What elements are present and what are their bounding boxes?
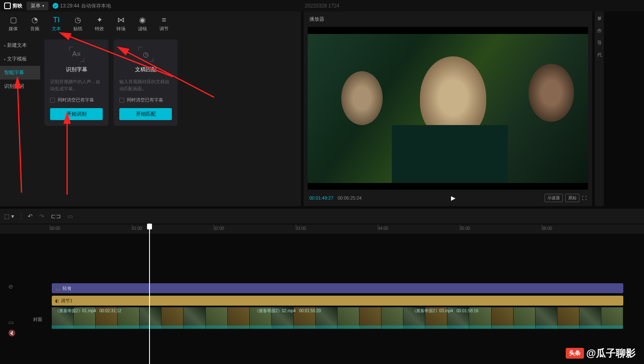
playhead[interactable] bbox=[149, 224, 150, 364]
pointer-tool-icon[interactable]: ⬚ ▾ bbox=[4, 213, 14, 219]
chevron-right-icon: ▸ bbox=[4, 43, 6, 48]
transition-icon: ⋈ bbox=[116, 15, 126, 25]
scope-button[interactable]: 示波器 bbox=[545, 194, 563, 202]
player-controls: 00:01:49:27 00:06:25:24 ▶ 示波器 原始 ⛶ bbox=[304, 190, 592, 206]
app-name: 剪映 bbox=[12, 2, 22, 10]
right-tab[interactable]: 作 bbox=[597, 28, 602, 34]
title-bar: 剪映 菜单 ▾ ✓ 13:29:44 自动保存本地 20220328 1724 bbox=[0, 0, 644, 12]
cover-button[interactable]: 封面 bbox=[33, 316, 42, 323]
time-mark: 05:00 bbox=[460, 226, 470, 231]
watermark-text: @瓜子聊影 bbox=[586, 347, 636, 360]
menu-button[interactable]: 菜单 ▾ bbox=[27, 2, 48, 10]
sticker-icon: ◷ bbox=[73, 15, 83, 25]
svg-line-2 bbox=[119, 48, 214, 97]
text-icon: TI bbox=[51, 15, 61, 25]
time-mark: 01:00 bbox=[132, 226, 142, 231]
delete-icon[interactable]: ▭ bbox=[68, 213, 73, 219]
preview-icon[interactable]: ▭ bbox=[8, 319, 15, 325]
annotation-arrow bbox=[15, 77, 28, 198]
right-tab[interactable]: 导 bbox=[597, 40, 602, 46]
tab-adjust[interactable]: ≡调节 bbox=[159, 15, 169, 32]
tab-sticker[interactable]: ◷贴纸 bbox=[73, 15, 83, 32]
sidebar-item-template[interactable]: ▸文字模板 bbox=[0, 52, 40, 66]
headphone-icon: 🎧 bbox=[55, 286, 61, 291]
clip-label: 《黑客帝国2》03.mp4 00:01:58:16 bbox=[412, 308, 478, 314]
svg-line-4 bbox=[17, 79, 22, 193]
autosave-status: ✓ 13:29:44 自动保存本地 bbox=[53, 2, 111, 10]
adjust-track-icon: ◐ bbox=[55, 298, 59, 304]
annotation-arrow bbox=[61, 112, 73, 200]
adjust-track[interactable]: ◐调节1 bbox=[52, 296, 623, 306]
clip-label: 《黑客帝国2》01.mp4 00:02:31:12 bbox=[55, 308, 121, 314]
video-preview[interactable] bbox=[308, 27, 588, 190]
filter-icon: ◉ bbox=[137, 15, 147, 25]
undo-icon[interactable]: ↶ bbox=[28, 213, 33, 219]
watermark-badge: 头条 bbox=[566, 348, 584, 359]
tab-filter[interactable]: ◉滤镜 bbox=[137, 15, 147, 32]
start-match-button[interactable]: 开始匹配 bbox=[119, 108, 172, 120]
check-icon: ✓ bbox=[53, 3, 58, 9]
original-button[interactable]: 原始 bbox=[565, 194, 579, 202]
app-logo: 剪映 bbox=[4, 2, 22, 10]
time-mark: 02:00 bbox=[214, 226, 224, 231]
current-time: 00:01:49:27 bbox=[309, 195, 333, 200]
chevron-down-icon: ▾ bbox=[42, 4, 44, 8]
fullscreen-icon[interactable]: ⛶ bbox=[582, 195, 586, 200]
total-time: 00:06:25:24 bbox=[338, 195, 362, 200]
play-button[interactable]: ▶ bbox=[451, 195, 456, 201]
annotation-arrow bbox=[94, 43, 218, 103]
right-tab[interactable]: 代 bbox=[597, 52, 602, 58]
tab-audio[interactable]: ◔音频 bbox=[30, 15, 40, 32]
video-frame bbox=[308, 34, 588, 183]
clip-label: 《黑客帝国2》02.mp4 00:01:55:20 bbox=[255, 308, 321, 314]
tab-media[interactable]: ▢媒体 bbox=[8, 15, 18, 32]
time-mark: 06:00 bbox=[542, 226, 552, 231]
tab-transition[interactable]: ⋈转场 bbox=[116, 15, 126, 32]
start-recognize-button[interactable]: 开始识别 bbox=[50, 108, 103, 120]
audio-icon: ◔ bbox=[30, 15, 40, 25]
time-ruler[interactable]: 00:00 01:00 02:00 03:00 04:00 05:00 06:0… bbox=[50, 224, 644, 234]
time-mark: 00:00 bbox=[50, 226, 60, 231]
logo-icon bbox=[4, 2, 11, 9]
timeline[interactable]: 00:00 01:00 02:00 03:00 04:00 05:00 06:0… bbox=[0, 224, 644, 234]
media-icon: ▢ bbox=[8, 15, 18, 25]
link-icon[interactable]: ⊘ bbox=[8, 283, 15, 290]
chevron-right-icon: ▸ bbox=[4, 57, 6, 61]
sidebar-item-newtext[interactable]: ▸新建文本 bbox=[0, 39, 40, 52]
project-title: 20220328 1724 bbox=[305, 3, 339, 9]
media-panel: ▢媒体 ◔音频 TI文本 ◷贴纸 ✦特效 ⋈转场 ◉滤镜 ≡调节 ▸新建文本 ▸… bbox=[0, 12, 301, 206]
adjust-icon: ≡ bbox=[159, 15, 169, 25]
split-icon[interactable]: ⊏⊐ bbox=[51, 213, 61, 219]
checkbox-icon[interactable] bbox=[50, 98, 55, 103]
mute-icon[interactable]: 🔇 bbox=[8, 330, 15, 336]
tab-text[interactable]: TI文本 bbox=[51, 15, 61, 32]
tab-effects[interactable]: ✦特效 bbox=[94, 15, 104, 32]
cards-container: A≡ 识别字幕 识别音视频中的人声，自动生成字幕。 同时清空已有字幕 开始识别 … bbox=[40, 35, 301, 206]
time-mark: 04:00 bbox=[378, 226, 388, 231]
audio-track[interactable]: 🎧轻食 bbox=[52, 283, 623, 293]
watermark: 头条 @瓜子聊影 bbox=[566, 347, 636, 360]
audio-waveform bbox=[52, 325, 623, 329]
player-panel: 播放器 00:01:49:27 00:06:25:24 ▶ 示波器 原始 ⛶ bbox=[304, 12, 592, 206]
player-title: 播放器 bbox=[304, 12, 592, 27]
right-sidebar: 草 作 导 代 bbox=[595, 12, 604, 206]
effects-icon: ✦ bbox=[94, 15, 104, 25]
timeline-toolbar: ⬚ ▾ ↶ ↷ ⊏⊐ ▭ bbox=[0, 209, 644, 224]
time-mark: 03:00 bbox=[296, 226, 306, 231]
video-track[interactable]: 《黑客帝国2》01.mp4 00:02:31:12 《黑客帝国2》02.mp4 … bbox=[52, 307, 623, 329]
right-tab[interactable]: 草 bbox=[597, 16, 602, 22]
redo-icon[interactable]: ↷ bbox=[39, 213, 44, 219]
